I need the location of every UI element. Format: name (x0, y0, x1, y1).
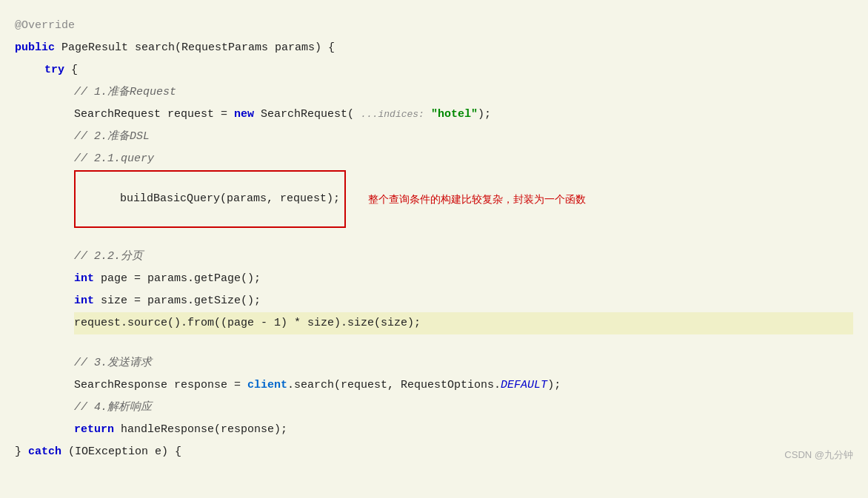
line-catch: } catch (IOException e) { (15, 441, 853, 463)
search-response-text: SearchResponse response = (74, 377, 247, 394)
annotation-build-query: 整个查询条件的构建比较复杂，封装为一个函数 (368, 191, 586, 207)
keyword-int-page: int (74, 270, 101, 288)
line-build-query: buildBasicQuery(params, request); 整个查询条件… (74, 170, 853, 228)
keyword-new: new (234, 106, 261, 124)
keyword-catch: catch (28, 443, 68, 461)
annotation-override: @Override (15, 17, 75, 35)
handle-response: handleResponse(response); (121, 421, 287, 439)
comment-2-2: // 2.2.分页 (74, 248, 143, 266)
comment-1: // 1.准备Request (74, 84, 176, 101)
brace-open: { (71, 61, 78, 79)
keyword-int-size: int (74, 292, 101, 310)
line-return: return handleResponse(response); (74, 419, 853, 441)
space1 (424, 106, 431, 124)
request-source-text: request.source().from((page - 1) * size)… (74, 314, 421, 332)
keyword-try: try (44, 61, 71, 79)
keyword-public: public (15, 39, 61, 57)
line-try: try { (44, 59, 853, 81)
semi2: ); (547, 377, 561, 394)
catch-params: (IOException e) { (68, 443, 181, 461)
param-indices: ...indices: (361, 107, 424, 123)
line-empty1 (15, 228, 853, 246)
line-request-source: request.source().from((page - 1) * size)… (74, 312, 853, 334)
line-comment2-2: // 2.2.分页 (74, 246, 853, 268)
line-override: @Override (15, 15, 853, 37)
client-ref: client (247, 377, 287, 394)
watermark: CSDN @九分钟 (784, 448, 853, 463)
comment-4: // 4.解析响应 (74, 399, 152, 417)
search-request-text: SearchRequest request = (74, 106, 234, 124)
brace-close: } (15, 443, 28, 461)
search-call: .search(request, RequestOptions. (287, 377, 501, 394)
line-method-sig: public PageResult search(RequestParams p… (15, 37, 853, 59)
code-block: @Override public PageResult search(Reque… (0, 7, 868, 471)
line-comment4: // 4.解析响应 (74, 397, 853, 419)
size-assign: size = params.getSize(); (101, 292, 261, 310)
build-query-boxed: buildBasicQuery(params, request); (74, 170, 346, 228)
line-comment2-1: // 2.1.query (74, 148, 853, 170)
comment-2: // 2.准备DSL (74, 128, 150, 146)
line-search-request: SearchRequest request = new SearchReques… (74, 104, 853, 126)
comment-3: // 3.发送请求 (74, 354, 152, 372)
line-empty2 (15, 334, 853, 352)
build-query-text: buildBasicQuery(params, request); (120, 192, 340, 205)
line-search-response: SearchResponse response = client.search(… (74, 374, 853, 397)
keyword-return: return (74, 421, 121, 439)
line-comment1: // 1.准备Request (74, 81, 853, 104)
line-comment2: // 2.准备DSL (74, 126, 853, 148)
semi1: ); (478, 106, 491, 124)
search-request-constructor: SearchRequest( (261, 106, 361, 124)
line-int-size: int size = params.getSize(); (74, 290, 853, 312)
page-assign: page = params.getPage(); (101, 270, 261, 288)
method-signature: PageResult search(RequestParams params) … (61, 39, 335, 57)
comment-2-1: // 2.1.query (74, 150, 154, 168)
line-int-page: int page = params.getPage(); (74, 268, 853, 290)
default-ref: DEFAULT (501, 377, 547, 394)
line-comment3: // 3.发送请求 (74, 352, 853, 374)
string-hotel: "hotel" (431, 106, 478, 124)
